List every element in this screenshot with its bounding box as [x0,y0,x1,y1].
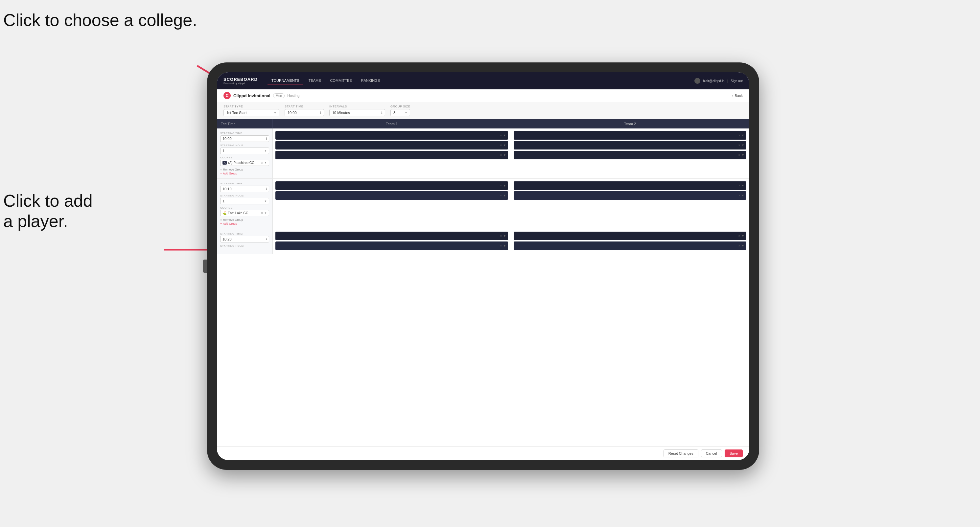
slot-chevron-icon[interactable]: ▼ [741,234,745,238]
info-icon: ℹ [320,111,321,114]
slot-chevron-icon[interactable]: ▼ [741,144,745,147]
slot-x-icon[interactable]: × [500,194,502,197]
add-group-btn-2[interactable]: + Add Group [220,222,269,225]
form-controls-row: Start Type 1st Tee Start ▼ Start Time 10… [217,102,749,119]
nav-brand: SCOREBOARD Powered by clippd [223,77,258,85]
player-slot[interactable]: × ▼ [514,131,746,140]
team2-panel-1: × ▼ × ▼ × ▼ [511,129,749,178]
col-tee-time: Tee Time [217,119,273,129]
slot-chevron-icon[interactable]: ▼ [741,244,745,248]
tee-left-panel-1: STARTING TIME: 10:00 ℹ STARTING HOLE: 1 … [217,129,273,178]
slot-chevron-icon[interactable]: ▼ [503,244,506,248]
starting-hole-label: STARTING HOLE: [220,144,269,147]
starting-time-3[interactable]: 10:20 ℹ [220,236,269,243]
start-type-select[interactable]: 1st Tee Start ▼ [223,109,279,116]
slot-chevron-icon[interactable]: ▼ [503,144,506,147]
start-time-input[interactable]: 10:00 ℹ [285,109,324,116]
slot-chevron-icon[interactable]: ▼ [503,184,506,187]
table-row: STARTING TIME: 10:20 ℹ STARTING HOLE: × … [217,229,749,254]
course-row-1[interactable]: A (A) Peachtree GC × ▼ [220,160,269,166]
back-button[interactable]: ‹ Back [732,94,743,98]
starting-time-label: STARTING TIME: [220,132,269,135]
save-button[interactable]: Save [725,449,743,457]
group-size-select[interactable]: 3 ▼ [390,109,410,116]
starting-time-2[interactable]: 10:10 ℹ [220,186,269,192]
team2-panel-3: × ▼ × ▼ [511,229,749,254]
slot-chevron-icon[interactable]: ▼ [503,134,506,137]
remove-group-btn-1[interactable]: ○ Remove Group [220,168,269,171]
slot-x-icon[interactable]: × [500,184,502,187]
player-slot[interactable]: × ▼ [275,241,508,250]
sign-out-link[interactable]: Sign out [730,79,743,83]
group-size-label: Group Size [390,105,410,108]
player-slot[interactable]: × ▼ [514,241,746,250]
slot-x-icon[interactable]: × [738,134,740,137]
slot-chevron-icon[interactable]: ▼ [503,234,506,238]
course-row-2[interactable]: ⛳ East Lake GC × ▼ [220,210,269,216]
start-time-label: Start Time [285,105,324,108]
slot-chevron-icon[interactable]: ▼ [741,154,745,157]
player-slot[interactable]: × ▼ [514,232,746,240]
cancel-button[interactable]: Cancel [701,449,722,457]
table-header: Tee Time Team 1 Team 2 [217,119,749,129]
col-team1: Team 1 [273,119,511,129]
slot-x-icon[interactable]: × [738,184,740,187]
remove-group-btn-2[interactable]: ○ Remove Group [220,218,269,221]
course-remove-icon-2[interactable]: × [261,211,263,215]
time-info-icon-2: ℹ [266,187,267,190]
app-logo: C [223,92,231,99]
annotation-bottom: Click to adda player. [3,190,93,232]
slot-x-icon[interactable]: × [738,234,740,238]
nav-tab-tournaments[interactable]: TOURNAMENTS [267,77,303,84]
hole-chevron: ▼ [264,149,267,152]
course-chevron-2: ▼ [264,211,267,214]
starting-time-label: STARTING TIME: [220,182,269,185]
side-button[interactable] [203,260,207,273]
player-slot[interactable]: × ▼ [275,191,508,200]
slot-x-icon[interactable]: × [738,194,740,197]
slot-x-icon[interactable]: × [500,144,502,147]
table-row: STARTING TIME: 10:10 ℹ STARTING HOLE: 1 … [217,179,749,229]
slot-x-icon[interactable]: × [500,244,502,248]
team1-panel-3: × ▼ × ▼ [273,229,511,254]
starting-hole-1[interactable]: 1 ▼ [220,148,269,154]
main-content: Tee Time Team 1 Team 2 STARTING TIME: 10… [217,119,749,446]
reset-button[interactable]: Reset Changes [663,449,698,457]
starting-hole-2[interactable]: 1 ▼ [220,198,269,204]
tablet-screen: SCOREBOARD Powered by clippd TOURNAMENTS… [217,72,749,460]
slot-x-icon[interactable]: × [500,234,502,238]
group-size-group: Group Size 3 ▼ [390,105,410,116]
slot-chevron-icon[interactable]: ▼ [741,184,745,187]
player-slot[interactable]: × ▼ [275,232,508,240]
nav-tab-committee[interactable]: COMMITTEE [326,77,356,84]
add-group-btn-1[interactable]: + Add Group [220,172,269,175]
tournament-title: Clippd Invitational [233,93,270,98]
intervals-select[interactable]: 10 Minutes ℹ [329,109,385,116]
table-row: STARTING TIME: 10:00 ℹ STARTING HOLE: 1 … [217,129,749,179]
slot-x-icon[interactable]: × [500,154,502,157]
slot-chevron-icon[interactable]: ▼ [503,194,506,197]
time-info-icon: ℹ [266,137,267,140]
player-slot[interactable]: × ▼ [514,141,746,149]
slot-chevron-icon[interactable]: ▼ [503,154,506,157]
nav-tab-teams[interactable]: TEAMS [305,77,325,84]
nav-tab-rankings[interactable]: RANKINGS [357,77,384,84]
player-slot[interactable]: × ▼ [275,131,508,140]
player-slot[interactable]: × ▼ [514,151,746,159]
slot-x-icon[interactable]: × [738,244,740,248]
player-slot[interactable]: × ▼ [275,151,508,159]
starting-time-1[interactable]: 10:00 ℹ [220,135,269,142]
start-time-group: Start Time 10:00 ℹ [285,105,324,116]
player-slot[interactable]: × ▼ [275,181,508,190]
slot-chevron-icon[interactable]: ▼ [741,194,745,197]
slot-x-icon[interactable]: × [738,144,740,147]
slot-chevron-icon[interactable]: ▼ [741,134,745,137]
player-slot[interactable]: × ▼ [514,191,746,200]
player-slot[interactable]: × ▼ [275,141,508,149]
slot-x-icon[interactable]: × [500,134,502,137]
course-remove-icon[interactable]: × [261,161,263,165]
course-label: COURSE: [220,206,269,209]
slot-x-icon[interactable]: × [738,154,740,157]
player-slot[interactable]: × ▼ [514,181,746,190]
col-team2: Team 2 [511,119,749,129]
